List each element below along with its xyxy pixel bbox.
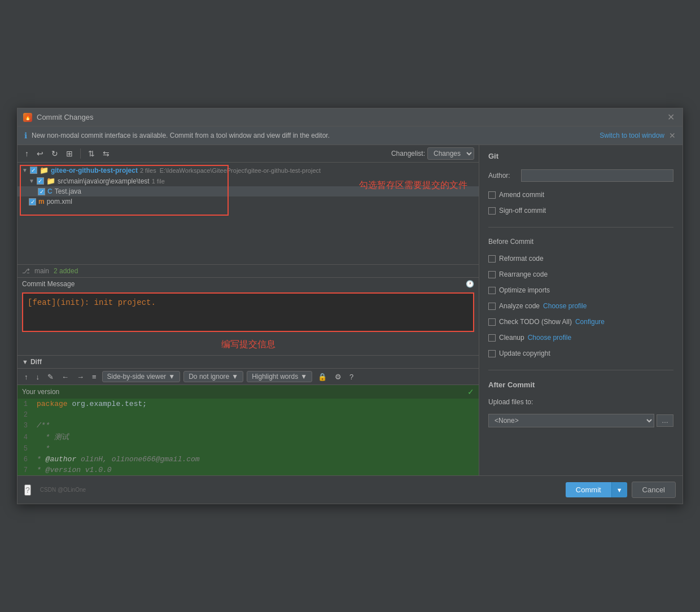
analyze-link[interactable]: Choose profile: [543, 302, 587, 310]
reformat-row: Reformat code: [488, 255, 673, 263]
project-checkbox[interactable]: ✓: [30, 167, 37, 174]
signoff-commit-label: Sign-off commit: [499, 207, 546, 215]
ignore-dropdown[interactable]: Do not ignore ▼: [183, 371, 243, 382]
analyze-label: Analyze code: [499, 302, 540, 310]
branch-icon: ⎇: [22, 267, 30, 275]
file-tree: ▼ ✓ 📁 gitee-or-github-test-project 2 fil…: [18, 163, 479, 264]
rearrange-label: Rearrange code: [499, 270, 548, 278]
check-todo-row: Check TODO (Show All) Configure: [488, 318, 673, 326]
reformat-checkbox[interactable]: [488, 255, 496, 263]
cleanup-row: Cleanup Choose profile: [488, 334, 673, 342]
menu-button[interactable]: ≡: [90, 371, 99, 382]
signoff-commit-checkbox[interactable]: [488, 207, 496, 215]
group-button[interactable]: ⊞: [63, 147, 76, 160]
forward-button[interactable]: →: [75, 371, 86, 382]
cancel-button[interactable]: Cancel: [632, 482, 676, 498]
diff-line-4: 4 * 测试: [18, 431, 479, 443]
cleanup-checkbox[interactable]: [488, 334, 496, 342]
project-file-count: 2 files E:\IdeaWorkspace\GiteeProject\gi…: [140, 167, 321, 174]
diff-label: Diff: [30, 358, 42, 366]
update-copyright-row: Update copyright: [488, 349, 673, 357]
prev-change-button[interactable]: ↑: [22, 371, 30, 382]
upload-more-button[interactable]: …: [657, 414, 673, 427]
commit-message-input[interactable]: [feat](init): init project.: [22, 292, 474, 332]
upload-dropdown[interactable]: <None>: [488, 414, 654, 427]
check-todo-label: Check TODO (Show All): [499, 318, 572, 326]
switch-to-tool-window-link[interactable]: Switch to tool window: [600, 132, 664, 139]
viewer-dropdown[interactable]: Side-by-side viewer ▼: [102, 371, 181, 382]
pom-checkbox[interactable]: ✓: [29, 198, 36, 206]
src-checkbox[interactable]: ✓: [37, 177, 44, 185]
divider-before-commit: [488, 227, 673, 228]
check-todo-checkbox[interactable]: [488, 318, 496, 326]
testjava-filename: Test.java: [55, 187, 81, 195]
next-change-button[interactable]: ↓: [34, 371, 42, 382]
branch-name: main: [34, 267, 49, 275]
title-bar: 🔥 Commit Changes ✕: [18, 108, 683, 126]
changelist-label: Changelist:: [391, 150, 425, 158]
back-button[interactable]: ←: [59, 371, 71, 382]
signoff-commit-row: Sign-off commit: [488, 207, 673, 215]
commit-message-label: Commit Message: [22, 280, 75, 288]
app-icon: 🔥: [23, 113, 32, 122]
src-path: src\main\java\org\example\test: [58, 177, 150, 185]
commit-button[interactable]: Commit: [566, 482, 611, 497]
diff-section: ▼ Diff ↑ ↓ ✎ ← → ≡ Side-by-side viewer ▼…: [18, 355, 479, 475]
edit-button[interactable]: ✎: [45, 371, 56, 382]
git-section-title: Git: [488, 152, 673, 160]
amend-commit-row: Amend commit: [488, 191, 673, 199]
diff-line-5: 5 *: [18, 443, 479, 454]
testjava-checkbox[interactable]: ✓: [38, 188, 45, 195]
sort-asc-button[interactable]: ⇅: [85, 147, 98, 160]
info-bar: ℹ New non-modal commit interface is avai…: [18, 126, 683, 145]
csdn-credit: CSDN @OLinOne: [40, 487, 86, 493]
amend-commit-checkbox[interactable]: [488, 191, 496, 199]
settings-button[interactable]: ⚙: [333, 371, 344, 382]
separator: [80, 148, 81, 159]
diff-toolbar: ↑ ↓ ✎ ← → ≡ Side-by-side viewer ▼ Do not…: [18, 369, 479, 385]
commit-message-clock-icon[interactable]: 🕐: [466, 280, 474, 288]
diff-line-1: 1 package org.example.test;: [18, 399, 479, 409]
status-bar: ⎇ main 2 added: [18, 264, 479, 277]
bottom-right: Commit ▼ Cancel: [566, 482, 676, 498]
expand-arrow: ▼: [22, 167, 28, 173]
sort-desc-button[interactable]: ⇆: [100, 147, 112, 160]
help-button[interactable]: ?: [24, 484, 31, 496]
upload-row: <None> …: [488, 414, 673, 427]
update-copyright-checkbox[interactable]: [488, 350, 496, 357]
changelist-dropdown[interactable]: Changes: [427, 147, 474, 160]
divider-after-commit: [488, 370, 673, 370]
xml-file-icon: m: [38, 198, 45, 206]
undo-button[interactable]: ↩: [34, 147, 46, 160]
author-input[interactable]: [521, 169, 673, 182]
right-panel: Git Author: Amend commit Sign-off commit…: [479, 145, 683, 475]
close-button[interactable]: ✕: [665, 112, 677, 123]
diff-version-label: Your version ✓: [18, 385, 479, 399]
reformat-label: Reformat code: [499, 255, 544, 263]
update-copyright-label: Update copyright: [499, 349, 550, 357]
diff-line-2: 2: [18, 409, 479, 420]
info-close-icon[interactable]: ✕: [669, 131, 676, 140]
configure-link[interactable]: Configure: [575, 318, 605, 326]
highlight-dropdown[interactable]: Highlight words ▼: [247, 371, 312, 382]
before-commit-title: Before Commit: [488, 238, 673, 246]
analyze-checkbox[interactable]: [488, 303, 496, 310]
lock-button[interactable]: 🔒: [316, 371, 329, 382]
annotation-commit: 编写提交信息: [18, 334, 479, 355]
move-up-button[interactable]: ↑: [22, 147, 32, 160]
diff-line-7: 7 * @version v1.0.0: [18, 465, 479, 475]
refresh-button[interactable]: ↻: [49, 147, 61, 160]
commit-dropdown-arrow[interactable]: ▼: [611, 482, 627, 497]
left-panel: ↑ ↩ ↻ ⊞ ⇅ ⇆ Changelist: Changes ▼ ✓ 📁: [18, 145, 479, 475]
optimize-checkbox[interactable]: [488, 287, 496, 294]
tree-item-pom[interactable]: ✓ m pom.xml: [18, 196, 479, 207]
pom-filename: pom.xml: [47, 198, 72, 206]
help-diff-button[interactable]: ?: [347, 371, 356, 382]
java-file-icon: C: [47, 187, 53, 195]
dialog-title: Commit Changes: [37, 113, 660, 121]
cleanup-link[interactable]: Choose profile: [528, 334, 571, 342]
tree-item-project[interactable]: ▼ ✓ 📁 gitee-or-github-test-project 2 fil…: [18, 165, 479, 176]
rearrange-checkbox[interactable]: [488, 271, 496, 278]
diff-toggle[interactable]: ▼: [22, 359, 28, 365]
commit-message-header: Commit Message 🕐: [18, 278, 479, 290]
